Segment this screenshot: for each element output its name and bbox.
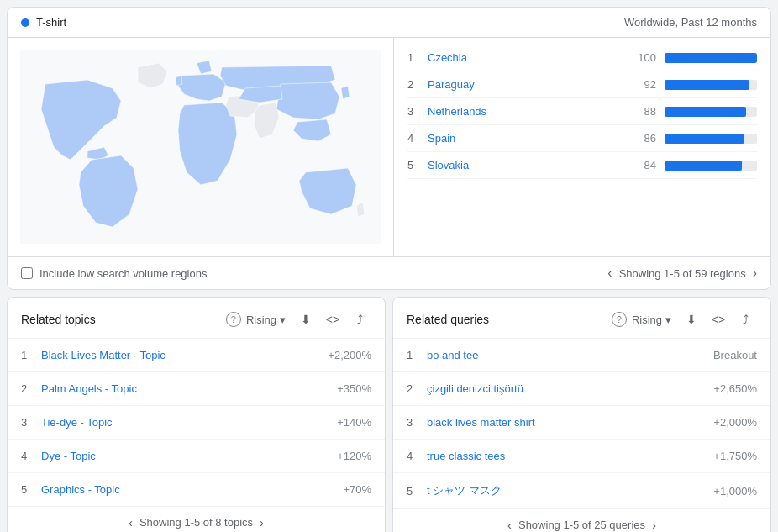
region-bar-bg [665, 80, 757, 90]
region-rank: 2 [407, 78, 428, 91]
topic-rank: 3 [21, 416, 41, 429]
topic-rank: 1 [21, 349, 41, 361]
topics-header: Related topics ? Rising ▾ ⬇ <> ⤴ [8, 298, 385, 339]
region-bar-fill [665, 53, 757, 63]
queries-embed-button[interactable]: <> [707, 308, 730, 331]
topics-embed-button[interactable]: <> [321, 308, 344, 331]
region-next-chevron[interactable]: › [753, 266, 757, 281]
region-bar [665, 134, 757, 144]
topic-name[interactable]: Tie-dye - Topic [41, 416, 337, 429]
topic-rank: 4 [21, 450, 41, 462]
query-rank: 3 [407, 416, 427, 429]
topics-next-button[interactable]: › [260, 515, 264, 529]
topic-name[interactable]: Black Lives Matter - Topic [41, 349, 328, 361]
query-name[interactable]: black lives matter shirt [427, 416, 713, 429]
topic-value: +70% [343, 483, 371, 496]
topics-title: Related topics [21, 313, 221, 326]
query-row: 5 t シャツ マスク +1,000% [393, 473, 770, 509]
region-value: 100 [626, 51, 656, 64]
region-bar-bg [665, 134, 757, 144]
topics-help-icon[interactable]: ? [226, 312, 241, 327]
topics-download-button[interactable]: ⬇ [294, 308, 318, 331]
topics-chevron-down-icon: ▾ [280, 313, 286, 326]
region-rank: 1 [407, 51, 428, 64]
topics-list: 1 Black Lives Matter - Topic +2,200% 2 P… [8, 339, 385, 507]
region-row: 4 Spain 86 [407, 125, 757, 152]
queries-filter-dropdown[interactable]: Rising ▾ [627, 310, 676, 329]
queries-help-icon[interactable]: ? [612, 312, 627, 327]
query-row: 4 true classic tees +1,750% [393, 440, 770, 473]
query-name[interactable]: true classic tees [427, 450, 713, 462]
region-bar [665, 107, 757, 117]
region-row: 5 Slovakia 84 [407, 152, 757, 179]
topic-value: +140% [337, 416, 371, 429]
topics-filter-dropdown[interactable]: Rising ▾ [241, 310, 291, 329]
region-bar-fill [665, 80, 749, 90]
topics-prev-button[interactable]: ‹ [129, 515, 133, 529]
region-bar-bg [665, 107, 757, 117]
topic-label: T-shirt [36, 16, 66, 29]
queries-filter-label: Rising [632, 313, 662, 326]
region-rank: 4 [407, 132, 428, 145]
top-card: T-shirt Worldwide, Past 12 months [7, 7, 771, 290]
low-volume-checkbox[interactable] [21, 267, 33, 279]
region-rank: 3 [407, 105, 428, 118]
query-value: +2,000% [713, 416, 757, 429]
query-value: Breakout [713, 349, 757, 361]
region-name[interactable]: Slovakia [428, 159, 626, 171]
topic-value: +120% [337, 450, 371, 462]
region-value: 86 [626, 132, 656, 145]
topics-share-button[interactable]: ⤴ [348, 308, 371, 331]
query-name[interactable]: bo and tee [427, 349, 713, 361]
topic-name[interactable]: Dye - Topic [41, 450, 337, 462]
region-name[interactable]: Spain [428, 132, 626, 145]
region-pagination: ‹ Showing 1-5 of 59 regions › [607, 266, 757, 281]
topic-rank: 2 [21, 382, 41, 395]
topic-row: 1 Black Lives Matter - Topic +2,200% [8, 339, 385, 372]
topic-name[interactable]: Palm Angels - Topic [41, 382, 337, 395]
queries-title: Related queries [407, 313, 607, 326]
query-row: 1 bo and tee Breakout [393, 339, 770, 372]
related-topics-card: Related topics ? Rising ▾ ⬇ <> ⤴ 1 Black… [7, 297, 386, 532]
queries-chevron-down-icon: ▾ [665, 313, 671, 326]
region-bar-fill [665, 161, 742, 171]
region-bar [665, 53, 757, 63]
bottom-row: Related topics ? Rising ▾ ⬇ <> ⤴ 1 Black… [7, 297, 771, 532]
region-name[interactable]: Paraguay [428, 78, 626, 91]
map-region-row: 1 Czechia 100 2 Paraguay 92 3 Netherland… [8, 38, 770, 256]
scope-label: Worldwide, Past 12 months [624, 16, 757, 29]
query-row: 3 black lives matter shirt +2,000% [393, 406, 770, 440]
region-row: 1 Czechia 100 [407, 45, 757, 71]
query-name[interactable]: t シャツ マスク [427, 483, 713, 498]
queries-next-button[interactable]: › [652, 518, 656, 532]
queries-share-button[interactable]: ⤴ [733, 308, 757, 331]
query-name[interactable]: çizgili denizci tişörtü [427, 382, 713, 395]
region-row: 2 Paraguay 92 [407, 71, 757, 98]
queries-controls: Rising ▾ ⬇ <> ⤴ [627, 308, 757, 331]
topic-name[interactable]: Graphics - Topic [41, 483, 343, 496]
topic-row: 4 Dye - Topic +120% [8, 440, 385, 473]
region-value: 88 [626, 105, 656, 118]
region-bar-fill [665, 134, 744, 144]
queries-download-button[interactable]: ⬇ [680, 308, 703, 331]
world-map [20, 50, 381, 244]
dot-indicator [21, 18, 29, 27]
topic-row: 2 Palm Angels - Topic +350% [8, 372, 385, 406]
region-name[interactable]: Netherlands [428, 105, 626, 118]
topic-value: +350% [337, 382, 371, 395]
region-name[interactable]: Czechia [428, 51, 626, 64]
queries-prev-button[interactable]: ‹ [507, 518, 512, 532]
region-pagination-label: Showing 1-5 of 59 regions [619, 267, 746, 280]
region-prev-chevron[interactable]: ‹ [607, 266, 612, 281]
query-row: 2 çizgili denizci tişörtü +2,650% [393, 372, 770, 406]
related-queries-card: Related queries ? Rising ▾ ⬇ <> ⤴ 1 bo a… [392, 297, 771, 532]
region-value: 84 [626, 159, 656, 171]
topics-footer: ‹ Showing 1-5 of 8 topics › [8, 507, 385, 532]
region-value: 92 [626, 78, 656, 91]
top-header: T-shirt Worldwide, Past 12 months [8, 8, 770, 38]
checkbox-row: Include low search volume regions ‹ Show… [8, 256, 770, 289]
map-section [8, 38, 394, 256]
query-value: +1,000% [713, 485, 757, 498]
queries-pagination-label: Showing 1-5 of 25 queries [518, 519, 645, 531]
header-left: T-shirt [21, 16, 66, 29]
